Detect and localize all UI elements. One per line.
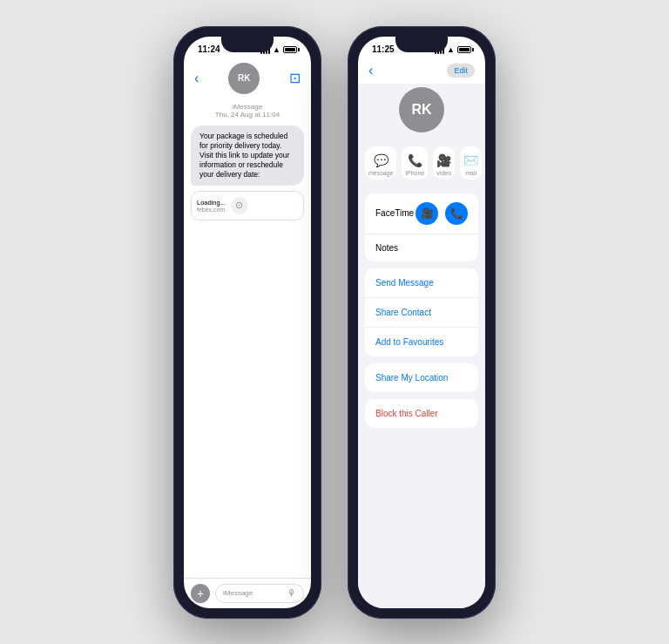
phone-action-icon: 📞 — [408, 153, 422, 167]
phone-action-btn[interactable]: 📞 iPhone — [402, 146, 428, 180]
phone-2: 11:25 ▲ ‹ Edit RK — [348, 26, 496, 619]
block-card: Block this Caller — [365, 399, 478, 428]
mail-action-icon: ✉️ — [463, 153, 478, 167]
link-preview[interactable]: Loading... febex.com ⊙ — [191, 191, 304, 220]
input-bar: + iMessage 🎙 — [184, 578, 311, 608]
video-action-btn[interactable]: 🎥 video — [433, 146, 455, 180]
message-action-icon: 💬 — [374, 153, 389, 167]
back-button-1[interactable]: ‹ — [194, 71, 199, 86]
battery-1 — [283, 46, 297, 53]
add-favourites-row[interactable]: Add to Favourites — [365, 328, 478, 356]
contact-sections: FaceTime 🎥 📞 Notes Send Message Share Co… — [358, 186, 485, 608]
facetime-video-icon[interactable]: 🎥 — [416, 202, 438, 225]
phone-action-label: iPhone — [405, 170, 424, 176]
timestamp: Thu, 24 Aug at 11:04 — [184, 111, 311, 119]
time-2: 11:25 — [372, 44, 395, 54]
mic-icon: 🎙 — [287, 588, 296, 598]
phone-2-screen: 11:25 ▲ ‹ Edit RK — [358, 37, 485, 608]
imessage-label: iMessage — [184, 103, 311, 111]
share-location-row[interactable]: Share My Location — [365, 363, 478, 392]
notch-2 — [395, 37, 448, 52]
message-meta: iMessage Thu, 24 Aug at 11:04 — [184, 99, 311, 122]
compass-icon: ⊙ — [231, 197, 248, 214]
add-favourites-label: Add to Favourites — [375, 337, 443, 347]
plus-button[interactable]: + — [191, 584, 210, 603]
message-content: Your package is scheduled for priority d… — [184, 122, 311, 578]
back-button-2[interactable]: ‹ — [368, 63, 373, 78]
notes-label: Notes — [375, 243, 398, 253]
link-url: febex.com — [197, 207, 226, 213]
block-caller-label: Block this Caller — [375, 409, 438, 418]
message-input[interactable]: iMessage 🎙 — [215, 584, 304, 603]
contact-nav: ‹ Edit — [358, 59, 485, 84]
notch-1 — [221, 37, 274, 52]
mail-action-label: mail — [465, 170, 476, 176]
mail-action-btn[interactable]: ✉️ mail — [460, 146, 482, 180]
share-contact-label: Share Contact — [375, 308, 431, 317]
contact-header: RK — [358, 84, 485, 139]
facetime-notes-card: FaceTime 🎥 📞 Notes — [365, 193, 478, 261]
facetime-row: FaceTime 🎥 📞 — [365, 193, 478, 234]
block-caller-row[interactable]: Block this Caller — [365, 399, 478, 428]
contact-actions-card: Send Message Share Contact Add to Favour… — [365, 268, 478, 356]
video-button[interactable]: ⊡ — [289, 70, 301, 86]
time-1: 11:24 — [198, 44, 220, 54]
facetime-audio-icon[interactable]: 📞 — [445, 202, 468, 225]
phone-1-screen: 11:24 ▲ ‹ RK ⊡ iMessage T — [184, 37, 311, 608]
edit-button[interactable]: Edit — [447, 64, 475, 78]
share-contact-row[interactable]: Share Contact — [365, 298, 478, 328]
location-card: Share My Location — [365, 363, 478, 392]
message-action-label: message — [368, 170, 393, 176]
wifi-icon-2: ▲ — [447, 45, 455, 54]
wifi-icon-1: ▲ — [273, 45, 280, 54]
contact-avatar: RK — [399, 87, 444, 132]
video-action-label: video — [436, 170, 451, 176]
link-title: Loading... — [197, 199, 226, 207]
share-location-label: Share My Location — [375, 373, 448, 383]
facetime-icons: 🎥 📞 — [416, 202, 468, 225]
message-bubble: Your package is scheduled for priority d… — [191, 125, 304, 186]
notes-row[interactable]: Notes — [365, 234, 478, 261]
facetime-label: FaceTime — [375, 208, 414, 218]
action-buttons: 💬 message 📞 iPhone 🎥 video ✉️ mail — [358, 139, 485, 186]
send-message-label: Send Message — [375, 278, 434, 288]
send-message-row[interactable]: Send Message — [365, 268, 478, 298]
msg-nav: ‹ RK ⊡ — [184, 59, 311, 99]
message-action-btn[interactable]: 💬 message — [365, 146, 396, 180]
video-action-icon: 🎥 — [436, 153, 451, 167]
phone-1: 11:24 ▲ ‹ RK ⊡ iMessage T — [173, 26, 321, 619]
battery-2 — [457, 46, 471, 53]
input-placeholder: iMessage — [223, 589, 253, 597]
avatar-1[interactable]: RK — [228, 63, 260, 94]
